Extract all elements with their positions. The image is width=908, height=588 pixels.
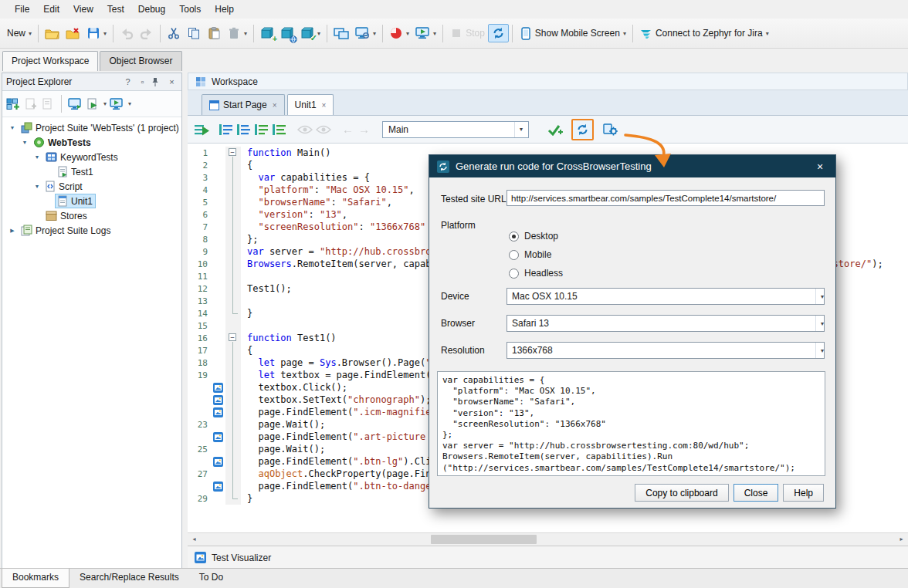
menu-tools[interactable]: Tools	[172, 2, 208, 17]
run-project-icon[interactable]	[110, 98, 124, 110]
show-eye-button-1[interactable]	[297, 125, 313, 134]
visualizer-image-icon[interactable]	[210, 432, 225, 442]
tested-site-url-input[interactable]	[507, 190, 825, 206]
resolution-dropdown[interactable]: 1366x768▾	[507, 342, 825, 359]
save-button[interactable]: ▾	[83, 22, 110, 44]
code-lines-button-4[interactable]	[272, 123, 286, 136]
tab-close-icon[interactable]: ×	[322, 101, 327, 110]
entry-point-dropdown[interactable]: Main ▾	[382, 121, 529, 138]
undo-button[interactable]	[117, 22, 137, 44]
menu-test[interactable]: Test	[100, 2, 131, 17]
screen-settings-button[interactable]: ▾	[352, 22, 379, 44]
caret-down-icon[interactable]: ▾	[103, 100, 107, 107]
radio-mobile[interactable]: Mobile	[509, 245, 563, 264]
object-browser-icon[interactable]	[68, 98, 83, 110]
run-keyword-test-icon[interactable]	[86, 98, 100, 110]
copy-button[interactable]	[184, 22, 204, 44]
checkpoint-item-button[interactable]: ✓▾	[297, 22, 324, 44]
run-routine-button[interactable]	[194, 123, 211, 136]
fold-collapse-icon[interactable]: −	[229, 333, 236, 341]
delete-button[interactable]: ▾	[224, 22, 250, 44]
code-lines-button-3[interactable]	[254, 123, 269, 136]
code-lines-button-1[interactable]	[219, 123, 233, 136]
tree-collapse-icon[interactable]: ▼	[7, 125, 18, 130]
tree-item-script[interactable]: ▼Script	[2, 179, 181, 194]
visualizer-image-icon[interactable]	[210, 457, 225, 467]
add-existing-item-icon[interactable]	[24, 98, 38, 110]
menu-view[interactable]: View	[66, 2, 100, 17]
menu-edit[interactable]: Edit	[36, 2, 66, 17]
cut-button[interactable]	[164, 22, 184, 44]
tree-collapse-icon[interactable]: ▼	[19, 140, 30, 145]
fold-margin[interactable]: −	[225, 332, 241, 344]
tree-item-test1[interactable]: Test1	[2, 164, 181, 179]
tree-item-unit1[interactable]: Unit1	[2, 194, 181, 208]
editor-settings-button[interactable]	[603, 123, 618, 137]
tree-collapse-icon[interactable]: ▼	[32, 154, 42, 160]
horizontal-scrollbar[interactable]: ◂ ▸	[188, 532, 908, 546]
tree-item-keywordtests[interactable]: ▼KeywordTests	[2, 150, 181, 164]
radio-desktop[interactable]: Desktop	[509, 227, 563, 245]
tree-expand-icon[interactable]: ▶	[7, 228, 18, 234]
run-test-button[interactable]: ▾	[412, 22, 439, 44]
redo-button[interactable]	[137, 22, 157, 44]
record-test-button[interactable]: ▾	[386, 22, 412, 44]
show-eye-button-2[interactable]	[316, 125, 331, 134]
caret-down-icon[interactable]: ▾	[128, 100, 131, 107]
new-button[interactable]: New ▾	[4, 22, 35, 44]
editor-tab-unit1[interactable]: Unit1×	[287, 94, 334, 115]
run-remote-browser-toggle[interactable]	[488, 24, 509, 42]
editor-tab-start-page[interactable]: Start Page×	[202, 94, 285, 115]
code-lines-button-2[interactable]	[236, 123, 251, 136]
generate-run-code-button[interactable]	[571, 119, 594, 140]
zephyr-connect-button[interactable]: Connect to Zephyr for Jira▾	[636, 22, 772, 44]
navigate-back-button[interactable]: ←	[342, 123, 354, 136]
menu-debug[interactable]: Debug	[131, 2, 172, 17]
tab-object-browser[interactable]: Object Browser	[100, 51, 181, 71]
dialog-close-icon[interactable]: ×	[812, 161, 828, 173]
show-mobile-screen-button[interactable]: Show Mobile Screen▾	[516, 22, 629, 44]
tree-collapse-icon[interactable]: ▼	[32, 184, 42, 189]
tree-item-project-suite-logs[interactable]: ▶Project Suite Logs	[2, 223, 181, 238]
test-visualizer-bar[interactable]: Test Visualizer	[188, 546, 908, 569]
menu-help[interactable]: Help	[208, 2, 241, 17]
fold-margin[interactable]: −	[225, 147, 241, 159]
screen-capture-button[interactable]	[330, 22, 352, 44]
browser-dropdown[interactable]: Safari 13▾	[507, 315, 825, 332]
visualizer-image-icon[interactable]	[210, 407, 225, 417]
tree-item-stores[interactable]: Stores	[2, 208, 181, 223]
new-folder-icon[interactable]	[41, 98, 55, 110]
stop-button[interactable]: Stop	[446, 22, 488, 44]
bottom-tab-to-do[interactable]: To Do	[189, 569, 233, 588]
bottom-tab-search-replace-results[interactable]: Search/Replace Results	[69, 569, 189, 588]
help-icon[interactable]: ?	[122, 76, 134, 88]
visualizer-image-icon[interactable]	[210, 383, 225, 393]
tree-item-project-suite-webtests-1-project[interactable]: ▼Project Suite 'WebTests' (1 project)	[2, 120, 181, 135]
tab-project-workspace[interactable]: Project Workspace	[2, 51, 98, 71]
help-button[interactable]: Help	[783, 484, 824, 502]
open-project-button[interactable]	[42, 22, 63, 44]
radio-headless[interactable]: Headless	[509, 264, 563, 282]
web-item-button[interactable]	[277, 22, 297, 44]
menu-file[interactable]: File	[8, 2, 36, 17]
close-panel-icon[interactable]: ×	[166, 76, 178, 88]
visualizer-image-icon[interactable]	[210, 482, 225, 492]
visualizer-image-icon[interactable]	[210, 395, 225, 405]
maximize-icon[interactable]: ▫	[137, 76, 148, 88]
fold-collapse-icon[interactable]: −	[229, 148, 236, 156]
scroll-left-icon[interactable]: ◂	[188, 533, 201, 546]
bottom-tab-bookmarks[interactable]: Bookmarks	[2, 569, 69, 588]
close-button[interactable]: Close	[734, 484, 779, 502]
add-new-item-icon[interactable]	[6, 98, 21, 110]
scroll-right-icon[interactable]: ▸	[895, 533, 908, 546]
device-dropdown[interactable]: Mac OSX 10.15▾	[507, 288, 825, 305]
add-new-item-button[interactable]: +	[257, 22, 277, 44]
navigate-forward-button[interactable]: →	[358, 123, 370, 136]
add-checkpoint-button[interactable]	[547, 123, 564, 136]
pin-icon[interactable]	[151, 77, 163, 87]
paste-button[interactable]	[204, 22, 224, 44]
tree-item-webtests[interactable]: ▼WebTests	[2, 135, 181, 150]
tab-close-icon[interactable]: ×	[273, 101, 277, 110]
copy-to-clipboard-button[interactable]: Copy to clipboard	[635, 484, 728, 502]
scrollbar-thumb[interactable]	[431, 535, 537, 544]
